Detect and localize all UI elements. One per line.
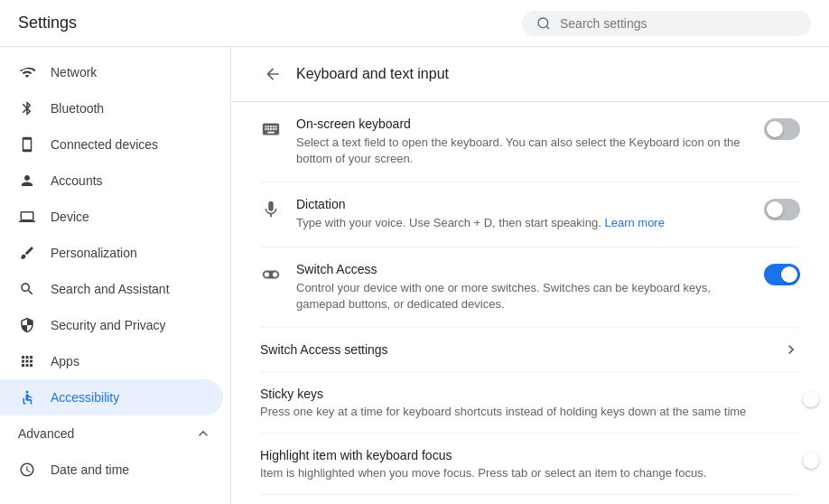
devices-icon: [18, 135, 36, 154]
sidebar-item-network-label: Network: [51, 65, 97, 79]
mic-icon: [260, 199, 282, 220]
switch-access-title: Switch Access: [296, 262, 750, 276]
person-icon: [18, 172, 36, 190]
brush-icon: [18, 244, 36, 262]
app-title: Settings: [18, 14, 77, 33]
dictation-slider: [764, 199, 800, 220]
header: Settings: [0, 0, 829, 47]
content-area: Keyboard and text input On-screen keyboa…: [231, 47, 829, 504]
switch-access-toggle[interactable]: [764, 264, 800, 285]
sticky-keys-desc: Press one key at a time for keyboard sho…: [260, 405, 800, 418]
switch-access-content: Switch Access Control your device with o…: [296, 262, 750, 313]
on-screen-keyboard-slider: [764, 118, 800, 140]
dictation-item: Dictation Type with your voice. Use Sear…: [260, 182, 800, 247]
on-screen-keyboard-desc: Select a text field to open the keyboard…: [296, 135, 750, 167]
bluetooth-icon: [18, 99, 36, 117]
dictation-learn-more-link[interactable]: Learn more: [604, 216, 664, 229]
search-input[interactable]: [560, 16, 796, 31]
dictation-desc: Type with your voice. Use Search + D, th…: [296, 215, 750, 231]
sidebar: Network Bluetooth Connected devices Acco…: [0, 47, 231, 504]
on-screen-keyboard-toggle-container: [764, 118, 800, 140]
dictation-toggle[interactable]: [764, 199, 800, 220]
dictation-title: Dictation: [296, 197, 750, 211]
switch-icon: [260, 264, 282, 285]
page-header: Keyboard and text input: [231, 47, 829, 102]
sidebar-item-personalization[interactable]: Personalization: [0, 235, 223, 271]
search-icon: [536, 16, 551, 31]
switch-access-desc: Control your device with one or more swi…: [296, 280, 750, 313]
chevron-right-icon: [782, 341, 800, 359]
sidebar-item-device-label: Device: [51, 210, 89, 224]
page-title: Keyboard and text input: [296, 66, 449, 82]
laptop-icon: [18, 208, 36, 226]
on-screen-keyboard-item: On-screen keyboard Select a text field t…: [260, 102, 800, 182]
search-settings-icon: [18, 280, 36, 298]
apps-icon: [18, 352, 36, 370]
sticky-keys-title: Sticky keys: [260, 387, 800, 401]
dictation-content: Dictation Type with your voice. Use Sear…: [296, 197, 750, 231]
sidebar-item-device[interactable]: Device: [0, 199, 223, 235]
sidebar-item-accounts-label: Accounts: [51, 173, 103, 188]
sidebar-item-date-time-label: Date and time: [51, 462, 129, 477]
sidebar-item-security-privacy[interactable]: Security and Privacy: [0, 307, 223, 343]
sidebar-item-accessibility[interactable]: Accessibility: [0, 379, 223, 415]
switch-access-item: Switch Access Control your device with o…: [260, 247, 800, 328]
sidebar-item-personalization-label: Personalization: [51, 246, 137, 260]
sidebar-item-connected-devices-label: Connected devices: [51, 137, 158, 152]
sticky-keys-content: Sticky keys Press one key at a time for …: [260, 387, 800, 418]
clock-icon: [18, 461, 36, 479]
sidebar-item-bluetooth[interactable]: Bluetooth: [0, 90, 223, 126]
on-screen-keyboard-toggle[interactable]: [764, 118, 800, 140]
svg-point-2: [26, 391, 29, 394]
advanced-label: Advanced: [18, 426, 74, 441]
switch-access-toggle-container: [764, 264, 800, 285]
shield-icon: [18, 316, 36, 334]
on-screen-keyboard-content: On-screen keyboard Select a text field t…: [296, 117, 750, 167]
sticky-keys-item: Sticky keys Press one key at a time for …: [260, 372, 800, 434]
wifi-icon: [18, 63, 36, 81]
keyboard-icon: [260, 118, 282, 140]
sidebar-item-accounts[interactable]: Accounts: [0, 163, 223, 199]
svg-line-1: [546, 26, 549, 29]
sidebar-item-search-label: Search and Assistant: [51, 282, 170, 296]
switch-access-slider: [764, 264, 800, 285]
on-screen-keyboard-title: On-screen keyboard: [296, 117, 750, 131]
main-layout: Network Bluetooth Connected devices Acco…: [0, 47, 829, 504]
highlight-keyboard-focus-item: Highlight item with keyboard focus Item …: [260, 434, 800, 495]
highlight-keyboard-focus-title: Highlight item with keyboard focus: [260, 448, 800, 462]
sidebar-item-security-label: Security and Privacy: [51, 318, 166, 332]
sidebar-item-bluetooth-label: Bluetooth: [51, 101, 104, 116]
sidebar-item-accessibility-label: Accessibility: [51, 390, 119, 405]
chevron-up-icon: [194, 425, 212, 443]
advanced-section-header[interactable]: Advanced: [0, 415, 230, 452]
search-bar[interactable]: [522, 11, 811, 36]
switch-access-settings-row[interactable]: Switch Access settings: [260, 328, 800, 372]
sidebar-item-search-assistant[interactable]: Search and Assistant: [0, 271, 223, 307]
sidebar-item-connected-devices[interactable]: Connected devices: [0, 126, 223, 163]
settings-list: On-screen keyboard Select a text field t…: [231, 102, 829, 504]
back-button[interactable]: [260, 61, 285, 87]
sidebar-item-date-time[interactable]: Date and time: [0, 452, 223, 488]
switch-access-settings-title: Switch Access settings: [260, 342, 782, 357]
back-arrow-icon: [264, 65, 282, 83]
highlight-text-cursor-item: Highlight text cursor Cursor is highligh…: [260, 495, 800, 504]
sidebar-item-apps-label: Apps: [51, 354, 79, 369]
svg-point-0: [538, 18, 548, 28]
sidebar-item-network[interactable]: Network: [0, 54, 223, 90]
sidebar-item-apps[interactable]: Apps: [0, 343, 223, 379]
dictation-toggle-container: [764, 199, 800, 220]
accessibility-icon: [18, 388, 36, 406]
highlight-keyboard-focus-content: Highlight item with keyboard focus Item …: [260, 448, 800, 480]
highlight-keyboard-focus-desc: Item is highlighted when you move focus.…: [260, 466, 800, 480]
